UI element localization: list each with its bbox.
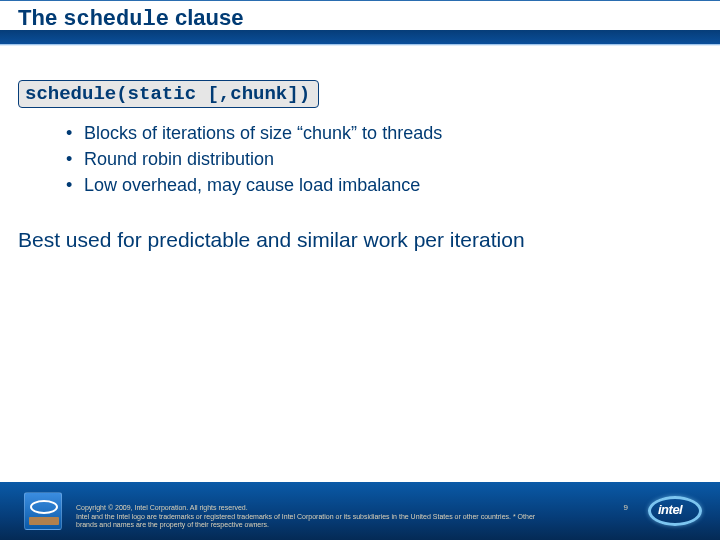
copyright-line: Intel and the Intel logo are trademarks … bbox=[76, 513, 556, 531]
page-number: 9 bbox=[624, 503, 628, 512]
list-item: Round robin distribution bbox=[66, 146, 698, 172]
title-prefix: The bbox=[18, 5, 63, 30]
software-badge-icon bbox=[24, 492, 62, 530]
best-used-text: Best used for predictable and similar wo… bbox=[18, 226, 578, 253]
badge-stripe-icon bbox=[29, 517, 59, 525]
badge-oval-icon bbox=[30, 500, 58, 514]
title-divider bbox=[0, 44, 720, 46]
content-area: schedule(static [,chunk]) Blocks of iter… bbox=[18, 80, 698, 254]
list-item: Low overhead, may cause load imbalance bbox=[66, 172, 698, 198]
copyright-block: Copyright © 2009, Intel Corporation. All… bbox=[76, 504, 556, 530]
slide-title: The schedule clause bbox=[18, 5, 243, 32]
list-item: Blocks of iterations of size “chunk” to … bbox=[66, 120, 698, 146]
best-used-paragraph: Best used for predictable and similar wo… bbox=[18, 226, 698, 253]
title-suffix: clause bbox=[169, 5, 244, 30]
copyright-line: Copyright © 2009, Intel Corporation. All… bbox=[76, 504, 556, 513]
title-code: schedule bbox=[63, 7, 169, 32]
bullet-list: Blocks of iterations of size “chunk” to … bbox=[66, 120, 698, 198]
slide: The schedule clause schedule(static [,ch… bbox=[0, 0, 720, 540]
logo-text: intel bbox=[658, 502, 682, 517]
schedule-syntax-box: schedule(static [,chunk]) bbox=[18, 80, 319, 108]
intel-logo-icon: intel bbox=[644, 492, 706, 532]
footer-bar: Copyright © 2009, Intel Corporation. All… bbox=[0, 482, 720, 540]
title-bar: The schedule clause bbox=[0, 0, 720, 44]
